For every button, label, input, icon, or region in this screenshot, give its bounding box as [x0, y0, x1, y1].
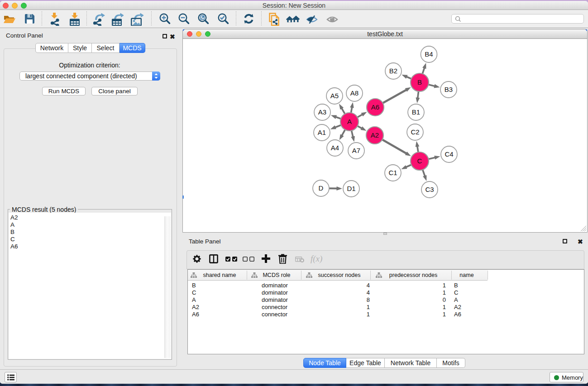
svg-text:B1: B1: [412, 108, 420, 116]
svg-text:D: D: [319, 184, 324, 192]
svg-text:A6: A6: [371, 103, 379, 111]
svg-text:A2: A2: [371, 131, 379, 139]
svg-text:B4: B4: [425, 50, 433, 58]
svg-text:A1: A1: [318, 129, 326, 136]
svg-text:B2: B2: [389, 67, 397, 75]
svg-text:C4: C4: [445, 150, 453, 158]
svg-text:D1: D1: [347, 185, 355, 192]
svg-text:B: B: [417, 78, 422, 86]
svg-text:A3: A3: [318, 108, 326, 116]
svg-text:C1: C1: [388, 169, 397, 176]
svg-text:C3: C3: [425, 186, 434, 193]
svg-text:C: C: [417, 157, 422, 165]
svg-text:A4: A4: [331, 144, 339, 152]
svg-text:A8: A8: [350, 89, 359, 97]
svg-text:A: A: [347, 118, 352, 125]
svg-text:A5: A5: [330, 92, 339, 100]
svg-text:C2: C2: [411, 128, 419, 136]
svg-text:B3: B3: [445, 86, 453, 93]
svg-text:A7: A7: [352, 147, 360, 154]
